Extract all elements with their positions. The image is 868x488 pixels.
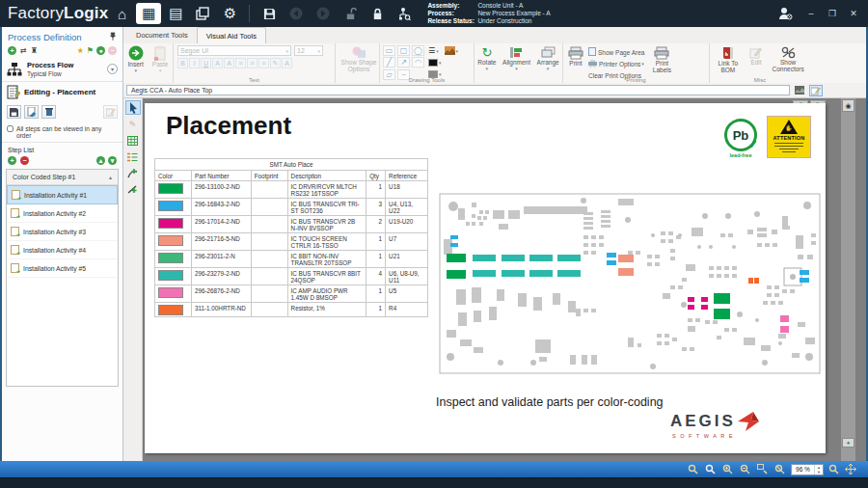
- process-audit-icon[interactable]: [392, 3, 417, 24]
- move-down-icon[interactable]: ▾: [108, 156, 117, 165]
- step-item-3[interactable]: Installation Activity #3: [7, 223, 118, 241]
- draw-shape-button-2[interactable]: ◯: [412, 45, 424, 56]
- settings-gear-icon[interactable]: ⚙: [217, 3, 242, 24]
- go-icon[interactable]: ●: [96, 46, 105, 55]
- draw-shape-button-3[interactable]: ╱: [383, 57, 395, 68]
- line-weight-button[interactable]: ☰▾: [428, 45, 442, 56]
- step-item-2[interactable]: Installation Activity #2: [7, 204, 118, 223]
- scroll-up-icon[interactable]: ◉: [842, 99, 854, 112]
- planning-grid-icon[interactable]: ▦: [136, 3, 161, 24]
- font-size-combo[interactable]: 12▾: [294, 45, 323, 56]
- draw-shape-button-0[interactable]: ▭: [383, 45, 395, 56]
- select-tool[interactable]: [125, 100, 141, 115]
- add-anchor-tool[interactable]: [125, 166, 141, 180]
- draw-shape-button-1[interactable]: ▢: [397, 45, 410, 56]
- format-button-3[interactable]: A: [212, 58, 223, 68]
- table-row[interactable]: 296-13100-2-NDIC DRVR/RCVR MLTCH RS232 1…: [155, 181, 428, 199]
- format-button-5[interactable]: ≡: [235, 58, 246, 68]
- restore-button[interactable]: ❐: [824, 6, 841, 21]
- table-row[interactable]: 296-23279-2-NDIC BUS TRANSCVR 8BIT 24QSO…: [155, 268, 428, 285]
- add-step-icon[interactable]: +: [8, 156, 16, 165]
- document-title-field[interactable]: Aegis CCA - Auto Place Top: [126, 85, 790, 95]
- format-button-0[interactable]: B: [177, 58, 188, 68]
- format-button-1[interactable]: I: [189, 58, 200, 68]
- format-button-9[interactable]: A: [282, 58, 292, 68]
- swap-icon[interactable]: ⇄: [20, 46, 27, 55]
- unlock-icon[interactable]: [338, 3, 363, 24]
- step-item-5[interactable]: Installation Activity #5: [7, 259, 118, 278]
- font-family-combo[interactable]: Segoe UI▾: [177, 45, 291, 56]
- printer-options-button[interactable]: Printer Options▾: [588, 58, 644, 69]
- delete-doc-button[interactable]: [41, 105, 56, 119]
- format-button-8[interactable]: ✎: [270, 58, 281, 68]
- show-shape-options-button[interactable]: Show Shape Options: [336, 45, 382, 73]
- edit-mode-icon[interactable]: [809, 85, 823, 96]
- scroll-marker-icon[interactable]: ●: [842, 438, 854, 447]
- table-row[interactable]: 311-1.00HRTR-NDResistor, 1%1R4: [155, 303, 428, 317]
- list-tool[interactable]: [125, 149, 141, 164]
- tab-visual-aid-tools[interactable]: Visual Aid Tools: [197, 27, 266, 43]
- table-row[interactable]: 296-26876-2-NDIC AMP AUDIO PWR 1.45W D 8…: [155, 285, 428, 303]
- tools-icon[interactable]: ♜: [31, 46, 38, 55]
- highlight-icon[interactable]: ★: [77, 46, 84, 55]
- rotate-button[interactable]: ↻Rotate▾: [475, 45, 499, 83]
- move-up-icon[interactable]: ▴: [96, 156, 105, 165]
- flag-icon[interactable]: ⚑: [87, 46, 94, 55]
- zoom-select-icon[interactable]: [702, 464, 718, 475]
- step-group-header[interactable]: Color Coded Step #1 ▴: [7, 170, 118, 185]
- table-row[interactable]: 296-16843-2-NDIC BUS TRANSCVR TRI-ST SOT…: [155, 199, 428, 216]
- process-flow-item[interactable]: Process Flow Typical Flow ▾: [2, 57, 122, 81]
- home-icon[interactable]: ⌂: [109, 3, 134, 24]
- remove-step-icon[interactable]: −: [20, 156, 29, 165]
- import-doc-button[interactable]: [24, 105, 39, 119]
- format-button-2[interactable]: U: [201, 58, 211, 68]
- windows-icon[interactable]: [190, 3, 215, 24]
- alignment-button[interactable]: Alignment▾: [500, 45, 533, 83]
- any-order-checkbox[interactable]: [7, 125, 14, 132]
- zoom-out-icon[interactable]: [737, 464, 752, 475]
- table-tool[interactable]: [125, 133, 141, 148]
- back-icon[interactable]: [284, 3, 309, 24]
- collapse-chevron-icon[interactable]: ▴: [109, 174, 112, 180]
- format-button-6[interactable]: ≡: [247, 58, 258, 68]
- zoom-lock-icon[interactable]: [685, 464, 700, 475]
- lock-icon[interactable]: [365, 3, 390, 24]
- step-item-4[interactable]: Installation Activity #4: [7, 241, 118, 259]
- zoom-in-icon[interactable]: [719, 464, 735, 475]
- zoom-one-to-one-icon[interactable]: [826, 464, 841, 475]
- smt-auto-place-table[interactable]: SMT Auto Place ColorPart NumberFootprint…: [154, 158, 428, 317]
- edit-step-button[interactable]: [103, 105, 118, 119]
- pan-icon[interactable]: [843, 464, 858, 475]
- insert-button[interactable]: Insert▾: [125, 44, 147, 83]
- show-page-area-button[interactable]: Show Page Area: [588, 46, 644, 58]
- pcb-diagram[interactable]: [439, 193, 821, 374]
- table-row[interactable]: 296-17014-2-NDIC BUS TRANSCVR 2B N-INV 8…: [155, 216, 428, 233]
- minimize-button[interactable]: –: [802, 6, 820, 21]
- user-account-icon[interactable]: [773, 3, 798, 24]
- image-button[interactable]: ▾: [445, 45, 459, 56]
- format-button-7[interactable]: ≡: [258, 58, 269, 68]
- save-step-button[interactable]: [7, 105, 21, 119]
- draw-shape-button-4[interactable]: ↗: [397, 57, 410, 68]
- arrange-button[interactable]: Arrange▾: [534, 45, 562, 83]
- table-row[interactable]: 296-23011-2-NIC 8BIT NON-INV TRANSLTR 20…: [155, 251, 428, 268]
- tab-document-tools[interactable]: Document Tools: [127, 27, 197, 43]
- format-button-4[interactable]: A: [224, 58, 234, 68]
- draw-tool[interactable]: ✎: [125, 117, 141, 131]
- pin-icon[interactable]: [109, 32, 117, 42]
- add-connector-tool[interactable]: [125, 182, 141, 197]
- design-canvas[interactable]: ✎ ↶ ↷ ◉ ● Placement Pb lead-free ATTENTI…: [123, 98, 866, 461]
- draw-shape-button-5[interactable]: ◠: [412, 57, 424, 68]
- close-button[interactable]: ✕: [845, 6, 862, 21]
- zoom-spin-down-icon[interactable]: ▼: [815, 470, 823, 474]
- chevron-down-icon[interactable]: ▾: [107, 64, 118, 74]
- paste-button[interactable]: Paste▾: [149, 44, 172, 83]
- vertical-scrollbar[interactable]: ◉ ●: [841, 98, 855, 461]
- add-icon[interactable]: +: [8, 46, 16, 55]
- forward-icon[interactable]: [311, 3, 336, 24]
- table-row[interactable]: 296-21716-5-NDIC TOUCH SCREEN CTRLR 16-T…: [155, 233, 428, 251]
- production-icon[interactable]: ▤: [163, 3, 188, 24]
- zoom-percent-spinner[interactable]: 96 % ▲▼: [791, 464, 824, 475]
- step-item-1[interactable]: Installation Activity #1: [7, 185, 118, 204]
- remove-icon-disabled[interactable]: −: [108, 46, 117, 55]
